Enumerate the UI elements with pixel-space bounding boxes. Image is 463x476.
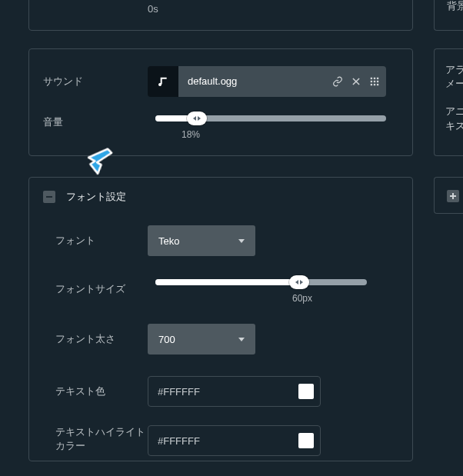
svg-rect-2	[377, 78, 378, 79]
font-settings-panel: フォント設定 フォント Teko フォントサイズ 60px フォント太さ 700	[28, 177, 413, 461]
chevron-down-icon	[238, 338, 245, 341]
right-panel-2: アラ メー アニ キス	[434, 48, 463, 156]
plus-icon[interactable]	[447, 190, 459, 202]
timing-panel: 0s	[28, 0, 413, 31]
svg-rect-0	[371, 78, 372, 79]
text-color-input[interactable]: #FFFFFF	[148, 376, 321, 407]
text-color-value: #FFFFFF	[158, 386, 291, 398]
sound-file-name: default.ogg	[178, 66, 332, 97]
volume-label: 音量	[43, 115, 148, 129]
font-settings-title: フォント設定	[66, 190, 126, 204]
right-label-3a: アニ	[445, 105, 463, 118]
right-label-2a: アラ	[445, 63, 463, 77]
svg-rect-8	[377, 84, 378, 85]
right-label-3b: キス	[445, 119, 463, 133]
highlight-color-input[interactable]: #FFFFFF	[148, 425, 321, 456]
svg-rect-1	[374, 78, 375, 79]
font-weight-select[interactable]: 700	[148, 324, 255, 355]
font-select[interactable]: Teko	[148, 225, 255, 256]
text-color-label: テキスト色	[43, 384, 148, 398]
volume-readout: 18%	[148, 129, 398, 140]
sound-file-field[interactable]: default.ogg	[148, 66, 386, 97]
right-label-1: 背景	[447, 0, 463, 13]
volume-slider[interactable]	[155, 115, 386, 121]
music-icon	[148, 66, 178, 97]
font-size-label: フォントサイズ	[43, 279, 148, 296]
link-icon[interactable]	[332, 76, 343, 87]
close-icon[interactable]	[351, 76, 361, 87]
right-panel-1: 背景	[434, 0, 463, 31]
right-label-2b: メー	[445, 77, 463, 91]
svg-rect-4	[374, 81, 375, 82]
sound-panel: サウンド default.ogg 音量	[28, 48, 413, 156]
font-label: フォント	[43, 234, 148, 248]
chevron-down-icon	[238, 239, 245, 243]
collapse-icon[interactable]	[43, 191, 55, 203]
timing-value: 0s	[148, 3, 398, 15]
highlight-color-label: テキストハイライトカラー	[43, 425, 148, 452]
svg-rect-7	[374, 84, 375, 85]
font-size-slider[interactable]	[155, 279, 367, 285]
right-panel-3	[434, 177, 463, 214]
svg-rect-5	[377, 81, 378, 82]
svg-rect-6	[371, 84, 372, 85]
highlight-color-swatch[interactable]	[298, 433, 314, 448]
svg-rect-3	[371, 81, 372, 82]
font-size-readout: 60px	[148, 293, 398, 304]
font-weight-value: 700	[158, 334, 175, 345]
grid-icon[interactable]	[369, 76, 380, 87]
font-weight-label: フォント太さ	[43, 332, 148, 346]
text-color-swatch[interactable]	[298, 384, 314, 399]
font-select-value: Teko	[158, 235, 179, 247]
highlight-color-value: #FFFFFF	[158, 435, 291, 447]
sound-label: サウンド	[43, 75, 148, 88]
